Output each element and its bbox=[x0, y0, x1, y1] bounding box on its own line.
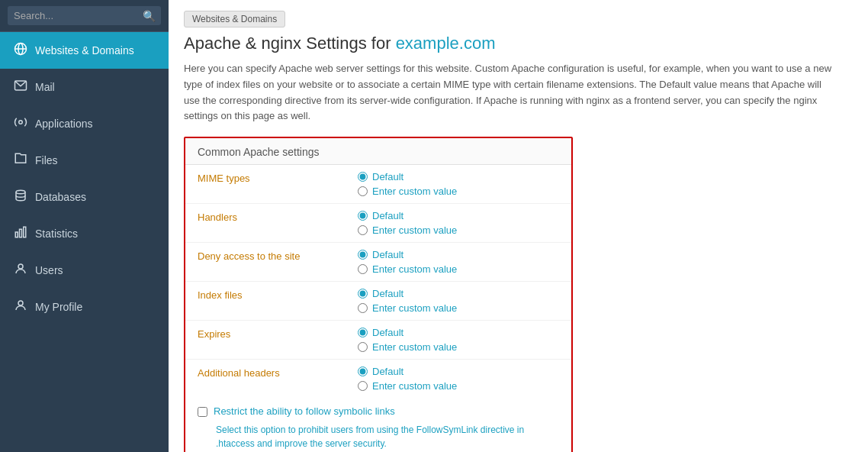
radio-label-4-0: Default bbox=[372, 327, 403, 338]
svg-point-5 bbox=[16, 190, 25, 194]
radio-option-3-1[interactable]: Enter custom value bbox=[358, 302, 457, 314]
sidebar-label-websites-domains: Websites & Domains bbox=[35, 44, 134, 56]
statistics-icon bbox=[14, 225, 27, 242]
sidebar-label-files: Files bbox=[35, 154, 58, 166]
settings-rows: MIME typesDefaultEnter custom valueHandl… bbox=[185, 165, 571, 398]
files-icon bbox=[14, 152, 27, 169]
sidebar-item-statistics[interactable]: Statistics bbox=[0, 215, 169, 252]
settings-label-4: Expires bbox=[198, 327, 358, 340]
sidebar-item-mail[interactable]: Mail bbox=[0, 69, 169, 105]
domain-link[interactable]: example.com bbox=[396, 34, 496, 53]
sidebar-label-databases: Databases bbox=[35, 191, 86, 203]
radio-label-5-1: Enter custom value bbox=[372, 380, 457, 392]
mail-icon bbox=[14, 79, 27, 95]
radio-option-4-1[interactable]: Enter custom value bbox=[358, 341, 457, 353]
breadcrumb-bar: Websites & Domains bbox=[169, 0, 868, 34]
settings-options-4: DefaultEnter custom value bbox=[358, 327, 457, 353]
sidebar-label-statistics: Statistics bbox=[35, 228, 78, 240]
settings-row-2: Deny access to the siteDefaultEnter cust… bbox=[185, 243, 571, 282]
nav-list: Websites & Domains Mail Applications Fil… bbox=[0, 32, 169, 325]
radio-option-3-0[interactable]: Default bbox=[358, 288, 457, 299]
settings-label-2: Deny access to the site bbox=[198, 249, 358, 262]
radio-input-3-0[interactable] bbox=[358, 289, 368, 299]
description-text: Here you can specify Apache web server s… bbox=[169, 61, 855, 137]
my-profile-icon bbox=[14, 299, 27, 315]
settings-options-2: DefaultEnter custom value bbox=[358, 249, 457, 275]
settings-options-0: DefaultEnter custom value bbox=[358, 171, 457, 197]
radio-input-0-1[interactable] bbox=[358, 186, 368, 196]
sidebar-label-applications: Applications bbox=[35, 118, 93, 130]
radio-input-4-1[interactable] bbox=[358, 342, 368, 352]
settings-row-1: HandlersDefaultEnter custom value bbox=[185, 204, 571, 243]
radio-option-0-1[interactable]: Enter custom value bbox=[358, 186, 457, 197]
page-title-text: Apache & nginx Settings for bbox=[184, 34, 396, 53]
radio-option-0-0[interactable]: Default bbox=[358, 171, 457, 182]
users-icon bbox=[14, 262, 27, 279]
radio-label-3-0: Default bbox=[372, 288, 403, 299]
databases-icon bbox=[14, 189, 27, 205]
sidebar-item-my-profile[interactable]: My Profile bbox=[0, 289, 169, 325]
settings-section-title: Common Apache settings bbox=[185, 138, 571, 165]
radio-input-2-1[interactable] bbox=[358, 264, 368, 274]
radio-input-4-0[interactable] bbox=[358, 328, 368, 337]
svg-rect-7 bbox=[20, 229, 22, 237]
settings-options-5: DefaultEnter custom value bbox=[358, 366, 457, 392]
sidebar-label-my-profile: My Profile bbox=[35, 301, 82, 313]
radio-input-0-0[interactable] bbox=[358, 172, 368, 182]
settings-options-3: DefaultEnter custom value bbox=[358, 288, 457, 314]
radio-option-5-0[interactable]: Default bbox=[358, 366, 457, 377]
sidebar-item-applications[interactable]: Applications bbox=[0, 105, 169, 142]
sidebar-item-files[interactable]: Files bbox=[0, 142, 169, 179]
main-content: Websites & Domains Apache & nginx Settin… bbox=[169, 0, 868, 452]
svg-rect-8 bbox=[24, 227, 26, 237]
page-title: Apache & nginx Settings for example.com bbox=[169, 34, 868, 61]
radio-input-5-1[interactable] bbox=[358, 381, 368, 391]
applications-icon bbox=[14, 115, 27, 132]
radio-input-2-0[interactable] bbox=[358, 250, 368, 260]
settings-label-1: Handlers bbox=[198, 210, 358, 223]
sidebar: 🔍 Websites & Domains Mail Applications F… bbox=[0, 0, 169, 452]
sidebar-item-databases[interactable]: Databases bbox=[0, 179, 169, 215]
radio-option-5-1[interactable]: Enter custom value bbox=[358, 380, 457, 392]
radio-label-2-1: Enter custom value bbox=[372, 263, 457, 275]
radio-label-4-1: Enter custom value bbox=[372, 341, 457, 353]
apache-settings-box: Common Apache settings MIME typesDefault… bbox=[184, 137, 573, 452]
sidebar-item-users[interactable]: Users bbox=[0, 252, 169, 289]
symlink-row: Restrict the ability to follow symbolic … bbox=[185, 398, 571, 421]
radio-option-2-0[interactable]: Default bbox=[358, 249, 457, 260]
svg-rect-6 bbox=[15, 232, 18, 237]
radio-input-3-1[interactable] bbox=[358, 303, 368, 313]
settings-label-0: MIME types bbox=[198, 171, 358, 184]
radio-input-1-0[interactable] bbox=[358, 211, 368, 221]
svg-point-10 bbox=[18, 301, 23, 305]
settings-label-3: Index files bbox=[198, 288, 358, 301]
settings-label-5: Additional headers bbox=[198, 366, 358, 379]
settings-row-4: ExpiresDefaultEnter custom value bbox=[185, 321, 571, 360]
symlink-label: Restrict the ability to follow symbolic … bbox=[214, 405, 395, 417]
sidebar-item-websites-domains[interactable]: Websites & Domains bbox=[0, 32, 169, 69]
radio-label-3-1: Enter custom value bbox=[372, 302, 457, 314]
search-container: 🔍 bbox=[0, 0, 169, 32]
radio-label-0-0: Default bbox=[372, 171, 403, 182]
settings-row-3: Index filesDefaultEnter custom value bbox=[185, 282, 571, 321]
radio-option-1-1[interactable]: Enter custom value bbox=[358, 224, 457, 236]
svg-point-9 bbox=[18, 264, 23, 269]
radio-option-4-0[interactable]: Default bbox=[358, 327, 457, 338]
breadcrumb[interactable]: Websites & Domains bbox=[184, 11, 285, 27]
radio-input-5-0[interactable] bbox=[358, 366, 368, 376]
symlink-checkbox[interactable] bbox=[198, 407, 207, 417]
search-input[interactable] bbox=[8, 6, 161, 25]
radio-option-1-0[interactable]: Default bbox=[358, 210, 457, 221]
websites-domains-icon bbox=[14, 42, 27, 59]
radio-label-0-1: Enter custom value bbox=[372, 186, 457, 197]
radio-option-2-1[interactable]: Enter custom value bbox=[358, 263, 457, 275]
radio-label-1-1: Enter custom value bbox=[372, 224, 457, 236]
radio-label-5-0: Default bbox=[372, 366, 403, 377]
settings-row-0: MIME typesDefaultEnter custom value bbox=[185, 165, 571, 204]
settings-options-1: DefaultEnter custom value bbox=[358, 210, 457, 236]
radio-input-1-1[interactable] bbox=[358, 225, 368, 235]
symlink-desc: Select this option to prohibit users fro… bbox=[185, 421, 571, 452]
radio-label-1-0: Default bbox=[372, 210, 403, 221]
settings-row-5: Additional headersDefaultEnter custom va… bbox=[185, 360, 571, 398]
svg-point-4 bbox=[19, 121, 23, 124]
